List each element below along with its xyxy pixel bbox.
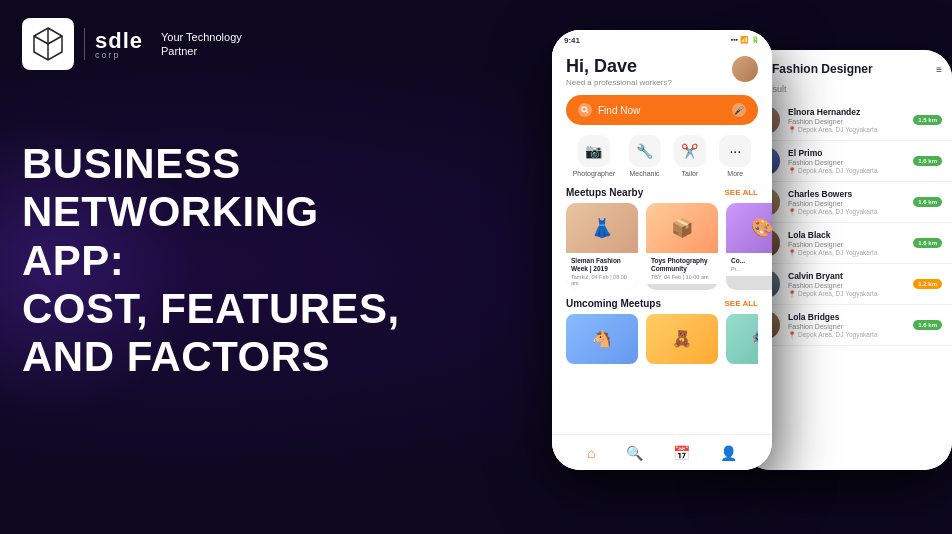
search-screen-header: ← Fashion Designer ≡ [742,50,952,84]
nav-search-icon[interactable]: 🔍 [626,445,643,461]
result-item-1[interactable]: Elnora Hernandez Fashion Designer 📍Depok… [742,100,952,141]
photographer-icon: 📷 [578,135,610,167]
meetup-date-1: Tamkul, 04 Feb | 08.00 am [571,274,633,286]
bottom-nav: ⌂ 🔍 📅 👤 [552,434,772,470]
tailor-icon: ✂️ [674,135,706,167]
greeting-block: Hi, Dave Need a professional workers? [566,56,672,87]
result-name-1: Elnora Hernandez [788,107,905,117]
main-headline: BUSINESS NETWORKING APP: COST, FEATURES,… [22,140,422,381]
headline-line3: COST, FEATURES, [22,285,422,333]
see-all-meetups[interactable]: SEE ALL [725,188,758,197]
nav-home-icon[interactable]: ⌂ [587,445,595,461]
headline-line4: AND FACTORS [22,333,422,381]
phones-container: 9:41 ▪▪▪ 📶 🔋 Hi, Dave Need a professiona… [552,30,952,470]
greeting-text: Hi, Dave [566,56,672,77]
upcoming-card-2[interactable]: 🧸 [646,314,718,364]
header: sdle corp Your Technology Partner [22,18,242,70]
meetup-name-1: Sleman Fashion Week | 2019 [571,257,633,273]
status-icons: ▪▪▪ 📶 🔋 [731,36,760,44]
svg-point-6 [582,107,587,112]
mechanic-icon: 🔧 [629,135,661,167]
category-label: Tailor [682,170,699,177]
meetup-date-2: TBY, 04 Feb | 10.00 am [651,274,713,280]
result-role-5: Fashion Designer [788,282,905,289]
result-location-3: 📍Depok Area, DJ Yogyakarta [788,208,905,216]
search-bar-left: Find Now [578,103,640,117]
upcoming-header: Umcoming Meetups SEE ALL [566,298,758,309]
meetups-title: Meetups Nearby [566,187,643,198]
brand-logo-icon [22,18,74,70]
result-info-6: Lola Bridges Fashion Designer 📍Depok Are… [788,312,905,339]
meetup-info-3: Co... Pr... [726,253,772,276]
see-all-upcoming[interactable]: SEE ALL [725,299,758,308]
search-bar[interactable]: Find Now 🎤 [566,95,758,125]
meetup-image-2: 📦 [646,203,718,253]
result-role-1: Fashion Designer [788,118,905,125]
meetup-cards-row: 👗 Sleman Fashion Week | 2019 Tamkul, 04 … [552,203,772,298]
result-role-4: Fashion Designer [788,241,905,248]
category-label: Mechanic [630,170,660,177]
result-name-5: Calvin Bryant [788,271,905,281]
category-more[interactable]: ··· More [719,135,751,177]
category-label: Photographer [573,170,615,177]
result-item-6[interactable]: Lola Bridges Fashion Designer 📍Depok Are… [742,305,952,346]
meetup-info-2: Toys Photography Community TBY, 04 Feb |… [646,253,718,284]
phone-left: 9:41 ▪▪▪ 📶 🔋 Hi, Dave Need a professiona… [552,30,772,470]
distance-badge-5: 1.2 km [913,279,942,289]
result-location-4: 📍Depok Area, DJ Yogyakarta [788,249,905,257]
category-tailor[interactable]: ✂️ Tailor [674,135,706,177]
result-info-3: Charles Bowers Fashion Designer 📍Depok A… [788,189,905,216]
result-item-2[interactable]: El Primo Fashion Designer 📍Depok Area, D… [742,141,952,182]
result-location-2: 📍Depok Area, DJ Yogyakarta [788,167,905,175]
svg-line-7 [586,111,588,113]
status-time: 9:41 [564,36,580,45]
brand-tagline: Your Technology Partner [153,30,242,59]
search-icon [578,103,592,117]
distance-badge-6: 1.6 km [913,320,942,330]
user-avatar [732,56,758,82]
result-role-3: Fashion Designer [788,200,905,207]
phone-right: ← Fashion Designer ≡ 32 result Elnora He… [742,50,952,470]
upcoming-section: Umcoming Meetups SEE ALL 🐴 🧸 🎭 [552,298,772,364]
filter-icon[interactable]: ≡ [936,64,942,75]
upcoming-card-3[interactable]: 🎭 [726,314,758,364]
greeting-subtitle: Need a professional workers? [566,78,672,87]
result-location-5: 📍Depok Area, DJ Yogyakarta [788,290,905,298]
result-name-6: Lola Bridges [788,312,905,322]
result-info-5: Calvin Bryant Fashion Designer 📍Depok Ar… [788,271,905,298]
upcoming-cards-row: 🐴 🧸 🎭 [566,314,758,364]
distance-badge-2: 1.6 km [913,156,942,166]
distance-badge-1: 1.5 km [913,115,942,125]
result-name-4: Lola Black [788,230,905,240]
nav-calendar-icon[interactable]: 📅 [673,445,690,461]
result-item-3[interactable]: Charles Bowers Fashion Designer 📍Depok A… [742,182,952,223]
category-label: More [727,170,743,177]
meetup-image-1: 👗 [566,203,638,253]
meetup-name-3: Co... [731,257,772,265]
search-screen-title: Fashion Designer [772,62,928,76]
result-info-1: Elnora Hernandez Fashion Designer 📍Depok… [788,107,905,134]
logo-corp-text: corp [95,50,143,60]
meetup-card-1[interactable]: 👗 Sleman Fashion Week | 2019 Tamkul, 04 … [566,203,638,290]
result-role-6: Fashion Designer [788,323,905,330]
result-item-4[interactable]: Lola Black Fashion Designer 📍Depok Area,… [742,223,952,264]
meetup-info-1: Sleman Fashion Week | 2019 Tamkul, 04 Fe… [566,253,638,290]
nav-profile-icon[interactable]: 👤 [720,445,737,461]
meetup-date-3: Pr... [731,266,772,272]
search-placeholder: Find Now [598,105,640,116]
meetup-card-3[interactable]: 🎨 Co... Pr... [726,203,772,290]
meetup-card-2[interactable]: 📦 Toys Photography Community TBY, 04 Feb… [646,203,718,290]
upcoming-card-1[interactable]: 🐴 [566,314,638,364]
result-item-5[interactable]: Calvin Bryant Fashion Designer 📍Depok Ar… [742,264,952,305]
result-list: Elnora Hernandez Fashion Designer 📍Depok… [742,100,952,346]
result-info-2: El Primo Fashion Designer 📍Depok Area, D… [788,148,905,175]
result-count: 32 result [742,84,952,100]
microphone-icon: 🎤 [732,103,746,117]
meetup-name-2: Toys Photography Community [651,257,713,273]
result-location-1: 📍Depok Area, DJ Yogyakarta [788,126,905,134]
category-photographer[interactable]: 📷 Photographer [573,135,615,177]
home-header: Hi, Dave Need a professional workers? [552,50,772,95]
result-role-2: Fashion Designer [788,159,905,166]
distance-badge-4: 1.6 km [913,238,942,248]
category-mechanic[interactable]: 🔧 Mechanic [629,135,661,177]
